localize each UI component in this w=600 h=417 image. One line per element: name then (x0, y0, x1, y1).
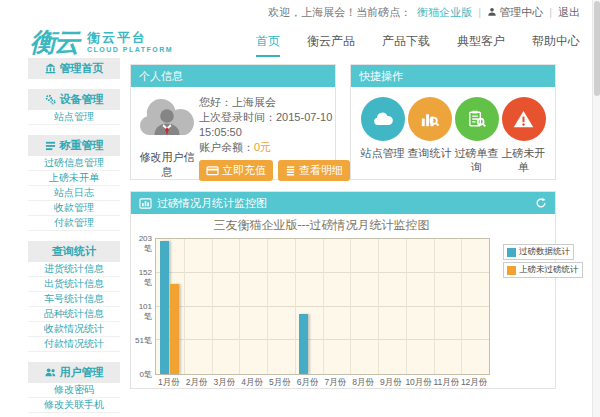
sidebar-item-9[interactable]: 付款管理 (28, 216, 120, 231)
sidebar-item-8[interactable]: 收款管理 (28, 201, 120, 216)
sidebar-item-11[interactable]: 进货统计信息 (28, 262, 120, 277)
sidebar-item-label: 付款情况统计 (44, 337, 104, 351)
sidebar-item-4[interactable]: 称重管理 (28, 135, 120, 156)
gridline-vertical (239, 239, 240, 374)
list-icon (45, 140, 56, 151)
sidebar-item-3[interactable]: 站点管理 (28, 110, 120, 125)
quick-action-4[interactable]: 上磅未开单 (500, 97, 547, 174)
chart-panel: 过磅情况月统计监控图 三友衡猫企业版---过磅情况月统计监控图 过磅数据统计上磅… (130, 191, 556, 389)
topbar: 欢迎，上海展会！当前磅点： 衡猫企业版 | 管理中心 | 退出 (0, 0, 592, 24)
gridline-vertical (323, 239, 324, 374)
nav-item-2[interactable]: 衡云产品 (307, 33, 355, 57)
quick-action-label: 查询统计 (406, 146, 453, 160)
sidebar-item-label: 用户管理 (60, 365, 104, 380)
nav-item-4[interactable]: 典型客户 (457, 33, 505, 57)
personal-info-body: 修改用户信息 您好：上海展会 上次登录时间：2015-07-10 15:05:5… (131, 87, 335, 185)
page-root: 欢迎，上海展会！当前磅点： 衡猫企业版 | 管理中心 | 退出 衡云 衡云平台 … (0, 0, 600, 417)
y-axis-tick-label: 152笔 (131, 268, 152, 288)
logout-link[interactable]: 退出 (558, 5, 580, 20)
nav-item-3[interactable]: 产品下载 (382, 33, 430, 57)
edit-profile-link[interactable]: 修改用户信息 (135, 150, 199, 180)
gridline-vertical (295, 239, 296, 374)
sidebar-item-label: 收款管理 (54, 201, 94, 215)
sidebar-item-7[interactable]: 站点日志 (28, 186, 120, 201)
sidebar-item-6[interactable]: 上磅未开单 (28, 171, 120, 186)
personal-info-title: 个人信息 (139, 69, 183, 84)
y-axis-tick-label: 0笔 (131, 369, 152, 380)
topbar-separator: | (478, 6, 481, 18)
legend-item-1[interactable]: 过磅数据统计 (503, 244, 574, 260)
sidebar-item-label: 修改关联手机 (44, 398, 104, 412)
personal-details: 您好：上海展会 上次登录时间：2015-07-10 15:05:50 账户余额：… (199, 93, 350, 181)
quick-actions-body: 站点管理查询统计过磅单查询上磅未开单 (351, 87, 555, 174)
avatar (135, 93, 199, 143)
sidebar-item-label: 上磅未开单 (49, 171, 99, 185)
x-axis-tick-label: 4月份 (238, 377, 266, 389)
nav-item-1[interactable]: 首页 (256, 33, 280, 57)
account-link[interactable]: 衡猫企业版 (417, 5, 472, 20)
sidebar-item-label: 进货统计信息 (44, 262, 104, 276)
sidebar-item-15[interactable]: 收款情况统计 (28, 322, 120, 337)
sidebar-item-label: 站点管理 (54, 110, 94, 124)
legend-swatch (507, 248, 516, 257)
gridline-vertical (434, 239, 435, 374)
personal-buttons: 立即充值 查看明细 (199, 160, 350, 181)
sidebar-item-12[interactable]: 出货统计信息 (28, 277, 120, 292)
chart-body: 三友衡猫企业版---过磅情况月统计监控图 过磅数据统计上磅未过磅统计 0笔51笔… (131, 214, 555, 390)
brand-text: 衡云平台 CLOUD PLATFORM (87, 31, 173, 54)
scrollbar-thumb[interactable] (594, 1, 600, 96)
chart-panel-title: 过磅情况月统计监控图 (157, 196, 267, 211)
quick-action-1[interactable]: 站点管理 (359, 97, 406, 174)
chart-search-icon (408, 97, 452, 141)
bar-上磅未过磅统计-1月份 (170, 284, 179, 374)
x-axis-tick-label: 3月份 (211, 377, 239, 389)
x-axis-tick-label: 8月份 (349, 377, 377, 389)
users-icon (45, 367, 56, 378)
sidebar-item-label: 设备管理 (60, 92, 104, 107)
scrollbar-track[interactable] (592, 0, 600, 417)
main-nav: 首页衡云产品产品下载典型客户帮助中心 (256, 24, 580, 57)
legend-label: 过磅数据统计 (519, 246, 570, 258)
legend-swatch (507, 266, 516, 275)
quick-action-2[interactable]: 查询统计 (406, 97, 453, 174)
bar-chart-icon (139, 198, 152, 209)
sidebar-item-16[interactable]: 付款情况统计 (28, 337, 120, 352)
legend-item-2[interactable]: 上磅未过磅统计 (503, 262, 583, 278)
personal-info-header: 个人信息 (131, 65, 335, 87)
brand-logo[interactable]: 衡云 衡云平台 CLOUD PLATFORM (30, 25, 173, 60)
sidebar-item-5[interactable]: 过磅信息管理 (28, 156, 120, 171)
x-axis-tick-label: 10月份 (405, 377, 433, 389)
card-icon (206, 165, 219, 176)
sidebar-item-18[interactable]: 修改密码 (28, 383, 120, 398)
quick-actions-panel: 快捷操作 站点管理查询统计过磅单查询上磅未开单 (350, 64, 556, 180)
nav-item-5[interactable]: 帮助中心 (532, 33, 580, 57)
gridline-vertical (406, 239, 407, 374)
chart-title: 三友衡猫企业版---过磅情况月统计监控图 (155, 217, 488, 234)
y-axis-tick-label: 51笔 (131, 335, 152, 346)
sidebar-item-10[interactable]: 查询统计 (28, 241, 120, 262)
logo-mark: 衡云 (30, 25, 78, 60)
chart-plot-area (155, 238, 490, 375)
quick-action-3[interactable]: 过磅单查询 (453, 97, 500, 174)
chart-panel-header: 过磅情况月统计监控图 (131, 192, 555, 214)
sidebar-item-17[interactable]: 用户管理 (28, 362, 120, 383)
sidebar-item-label: 品种统计信息 (44, 307, 104, 321)
sidebar: 管理首页设备管理站点管理称重管理过磅信息管理上磅未开单站点日志收款管理付款管理查… (28, 58, 120, 413)
sidebar-item-13[interactable]: 车号统计信息 (28, 292, 120, 307)
recharge-button[interactable]: 立即充值 (199, 160, 273, 181)
view-details-button[interactable]: 查看明细 (278, 160, 350, 181)
sidebar-item-19[interactable]: 修改关联手机 (28, 398, 120, 413)
brand-name-en: CLOUD PLATFORM (87, 46, 173, 54)
refresh-icon[interactable] (535, 197, 547, 209)
quick-action-label: 站点管理 (359, 146, 406, 160)
sidebar-item-2[interactable]: 设备管理 (28, 89, 120, 110)
gridline-vertical (212, 239, 213, 374)
cloud-icon (361, 97, 405, 141)
gridline-vertical (267, 239, 268, 374)
admin-center-link[interactable]: 管理中心 (487, 5, 543, 20)
sidebar-item-1[interactable]: 管理首页 (28, 58, 120, 79)
y-axis-tick-label: 203笔 (131, 234, 152, 254)
x-axis-tick-label: 9月份 (377, 377, 405, 389)
clipboard-search-icon (455, 97, 499, 141)
sidebar-item-14[interactable]: 品种统计信息 (28, 307, 120, 322)
